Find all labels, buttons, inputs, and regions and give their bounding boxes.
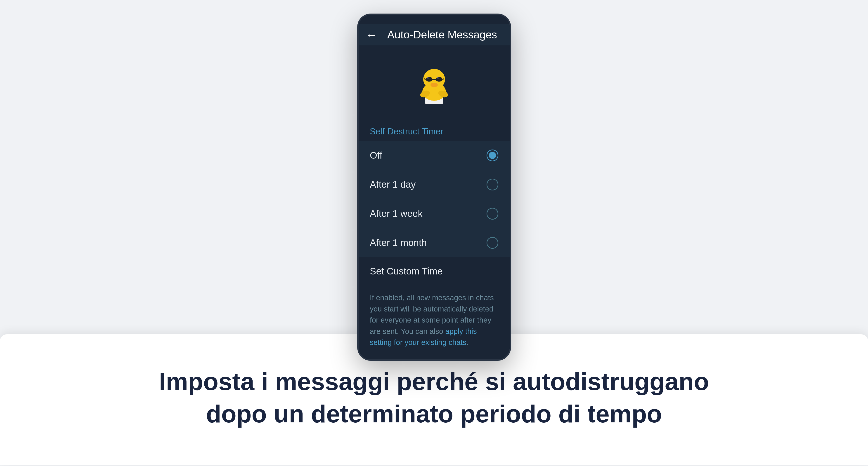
section-label: Self-Destruct Timer bbox=[359, 120, 509, 141]
option-1week[interactable]: After 1 week bbox=[359, 199, 509, 228]
radio-1day bbox=[487, 179, 498, 191]
option-off[interactable]: Off bbox=[359, 141, 509, 170]
option-1month-label: After 1 month bbox=[370, 237, 427, 248]
phone-notch bbox=[414, 15, 455, 24]
option-1month[interactable]: After 1 month bbox=[359, 228, 509, 257]
phone-area: ← Auto-Delete Messages bbox=[0, 0, 868, 334]
info-text-end: . bbox=[466, 338, 468, 346]
settings-list: Off After 1 day After 1 week bbox=[359, 141, 509, 257]
phone-top-bar: ← Auto-Delete Messages bbox=[359, 24, 509, 45]
back-button[interactable]: ← bbox=[365, 29, 377, 41]
radio-1week bbox=[487, 208, 498, 220]
caption-line1: Imposta i messaggi perché si autodistrug… bbox=[159, 368, 709, 395]
caption-line2: dopo un determinato periodo di tempo bbox=[206, 400, 662, 428]
option-off-label: Off bbox=[370, 150, 382, 161]
radio-off-inner bbox=[489, 152, 496, 159]
svg-line-11 bbox=[424, 79, 426, 79]
mascot-area bbox=[359, 45, 509, 120]
svg-line-12 bbox=[442, 79, 444, 79]
svg-point-16 bbox=[437, 77, 438, 78]
radio-off bbox=[487, 149, 498, 161]
caption-text: Imposta i messaggi perché si autodistrug… bbox=[159, 365, 709, 430]
duck-mascot bbox=[411, 59, 457, 109]
option-1day-label: After 1 day bbox=[370, 179, 416, 190]
option-1week-label: After 1 week bbox=[370, 208, 423, 219]
main-container: ← Auto-Delete Messages bbox=[0, 0, 868, 466]
custom-time-label: Set Custom Time bbox=[370, 266, 443, 277]
phone-content: Self-Destruct Timer Off After 1 day bbox=[359, 45, 509, 359]
svg-point-15 bbox=[427, 77, 428, 78]
info-text-area: If enabled, all new messages in chats yo… bbox=[359, 285, 509, 359]
custom-time-item[interactable]: Set Custom Time bbox=[359, 257, 509, 285]
info-text: If enabled, all new messages in chats yo… bbox=[370, 293, 494, 346]
screen-title: Auto-Delete Messages bbox=[384, 29, 501, 41]
phone-mockup: ← Auto-Delete Messages bbox=[357, 13, 511, 361]
option-1day[interactable]: After 1 day bbox=[359, 170, 509, 199]
radio-1month bbox=[487, 237, 498, 249]
